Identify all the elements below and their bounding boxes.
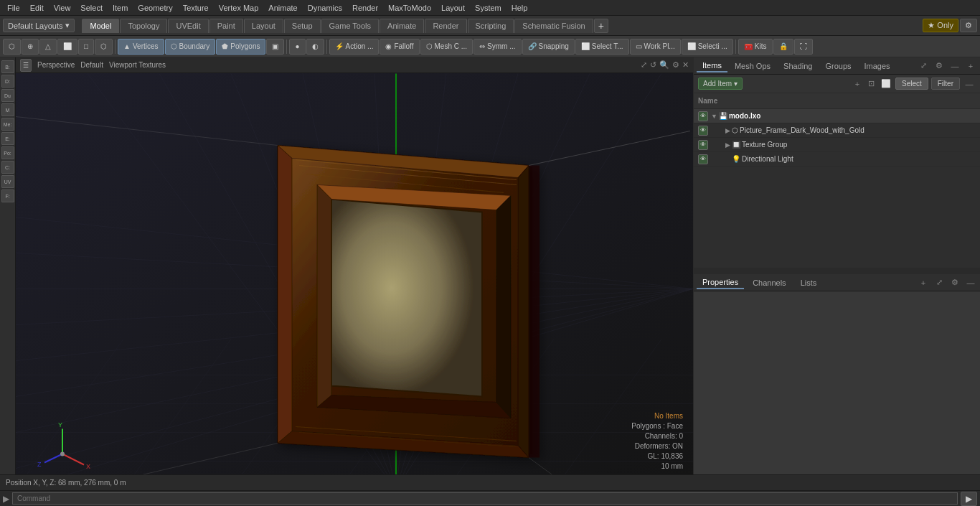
layout-dropdown[interactable]: Default Layouts ▾ (3, 19, 75, 32)
menu-geometry[interactable]: Geometry (133, 2, 176, 14)
origin-btn[interactable]: ⊕ (22, 39, 39, 55)
item-visibility-toggle[interactable]: 👁 (698, 154, 708, 164)
props-add-icon[interactable]: + (917, 276, 930, 289)
world-space-btn[interactable]: ⬡ (3, 39, 21, 55)
polygons-btn[interactable]: ⬟ Polygons (216, 39, 265, 55)
symmetry-btn[interactable]: ⇔ Symm ... (473, 39, 521, 55)
list-item[interactable]: 👁 ▼ 💾 modo.lxo (694, 109, 980, 123)
tab-scripting[interactable]: Scripting (468, 19, 514, 33)
menu-vertex-map[interactable]: Vertex Map (215, 2, 263, 14)
panel-gear-icon[interactable]: ⚙ (933, 60, 946, 72)
left-tool-po[interactable]: Po: (1, 146, 14, 159)
panel-collapse-icon[interactable]: — (948, 60, 961, 72)
menu-view[interactable]: View (50, 2, 75, 14)
menu-render[interactable]: Render (348, 2, 382, 14)
props-gear-icon[interactable]: ⚙ (948, 276, 961, 289)
props-collapse-icon[interactable]: — (964, 276, 977, 289)
tab-groups[interactable]: Groups (819, 60, 857, 72)
menu-item[interactable]: Item (108, 2, 132, 14)
viewport-zoom-icon[interactable]: 🔍 (659, 60, 669, 70)
left-tool-uv[interactable]: UV (1, 175, 14, 188)
add-layout-tab-button[interactable]: + (594, 19, 608, 33)
menu-system[interactable]: System (471, 2, 506, 14)
falloff-btn[interactable]: ◉ Falloff (380, 39, 419, 55)
tab-lists[interactable]: Lists (795, 277, 823, 289)
viewport-move-icon[interactable]: ⤢ (641, 60, 647, 70)
props-expand-icon[interactable]: ⤢ (933, 276, 946, 289)
item-expand-arrow[interactable]: ▶ (725, 141, 730, 149)
panel-expand-icon[interactable]: ⤢ (917, 60, 930, 72)
tab-schematic-fusion[interactable]: Schematic Fusion (514, 19, 593, 33)
command-arrow-icon[interactable]: ▶ (3, 494, 9, 504)
menu-dynamics[interactable]: Dynamics (303, 2, 347, 14)
list-item[interactable]: 👁 ▶ ⬡ Picture_Frame_Dark_Wood_with_Gold (694, 123, 980, 138)
tab-items[interactable]: Items (697, 60, 727, 72)
items-add-icon[interactable]: + (851, 78, 864, 90)
items-list[interactable]: Name 👁 ▼ 💾 modo.lxo 👁 ▶ ⬡ Picture_Frame_… (694, 93, 980, 268)
viewport-canvas[interactable]: X Y Z No Items Polygons : Face Channels:… (16, 73, 693, 474)
settings-button[interactable]: ⚙ (960, 19, 977, 32)
tab-images[interactable]: Images (859, 60, 896, 72)
tab-game-tools[interactable]: Game Tools (321, 19, 380, 33)
viewport-expand-btn[interactable]: ⛶ (794, 39, 813, 55)
item-expand-arrow[interactable]: ▼ (711, 113, 717, 120)
menu-file[interactable]: File (3, 2, 24, 14)
left-tool-du[interactable]: Du (1, 89, 14, 102)
list-item[interactable]: 👁 ▶ 🔲 Texture Group (694, 138, 980, 152)
left-tool-b[interactable]: B: (1, 60, 14, 73)
kits-btn[interactable]: 🧰 Kits (738, 39, 773, 55)
item-mode-btn[interactable]: ⬡ (95, 39, 113, 55)
tab-animate[interactable]: Animate (380, 19, 424, 33)
items-minus-icon[interactable]: — (963, 78, 976, 90)
items-icon-btn3[interactable]: ⬜ (880, 78, 892, 90)
left-tool-d[interactable]: D: (1, 75, 14, 88)
left-tool-f[interactable]: F: (1, 189, 14, 202)
left-tool-me[interactable]: Me: (1, 118, 14, 131)
tab-properties[interactable]: Properties (697, 276, 744, 289)
half-render-btn[interactable]: ◐ (306, 39, 324, 55)
left-tool-c[interactable]: C: (1, 161, 14, 174)
items-icon-btn2[interactable]: ⊡ (865, 78, 878, 90)
viewport[interactable]: ☰ Perspective Default Viewport Textures … (16, 57, 693, 474)
snapping-btn[interactable]: 🔗 Snapping (522, 39, 575, 55)
menu-texture[interactable]: Texture (179, 2, 213, 14)
tab-topology[interactable]: Topology (120, 19, 167, 33)
tab-uvedit[interactable]: UVEdit (168, 19, 208, 33)
tab-shading[interactable]: Shading (778, 60, 818, 72)
render-preview-btn[interactable]: ● (289, 39, 305, 55)
tab-render[interactable]: Render (425, 19, 466, 33)
edge-mode-btn[interactable]: ⬜ (57, 39, 77, 55)
item-visibility-toggle[interactable]: 👁 (698, 140, 708, 150)
work-plane-btn[interactable]: ▭ Work Pl... (630, 39, 681, 55)
tab-mesh-ops[interactable]: Mesh Ops (729, 60, 776, 72)
item-expand-arrow[interactable]: ▶ (725, 127, 730, 134)
tab-channels[interactable]: Channels (747, 277, 791, 289)
tab-setup[interactable]: Setup (284, 19, 321, 33)
mesh-btn[interactable]: ⬡ Mesh C ... (420, 39, 473, 55)
menu-help[interactable]: Help (507, 2, 532, 14)
star-only-button[interactable]: ★ Only (923, 19, 958, 32)
boundary-btn[interactable]: ⬡ Boundary (165, 39, 216, 55)
items-filter-button[interactable]: Filter (931, 78, 960, 90)
viewport-lock-btn[interactable]: 🔒 (773, 39, 793, 55)
left-tool-e[interactable]: E: (1, 132, 14, 145)
viewport-gear-icon[interactable]: ⚙ (672, 60, 679, 70)
menu-edit[interactable]: Edit (26, 2, 48, 14)
selection-btn[interactable]: ⬜ Selecti ... (682, 39, 733, 55)
vertex-mode-btn[interactable]: △ (39, 39, 57, 55)
command-execute-button[interactable]: ▶ (961, 492, 977, 506)
viewport-menu-btn[interactable]: ☰ (20, 59, 32, 72)
viewport-rotate-icon[interactable]: ↺ (650, 60, 656, 70)
viewport-close-icon[interactable]: ✕ (682, 60, 689, 70)
panel-plus-icon[interactable]: + (964, 60, 977, 72)
vertices-btn[interactable]: ▲ Vertices (118, 39, 164, 55)
tab-layout[interactable]: Layout (244, 19, 283, 33)
tab-paint[interactable]: Paint (209, 19, 243, 33)
menu-maxtomodo[interactable]: MaxToModo (384, 2, 435, 14)
list-item[interactable]: 👁 ▶ 💡 Directional Light (694, 152, 980, 167)
item-visibility-toggle[interactable]: 👁 (698, 126, 708, 136)
item-visibility-toggle[interactable]: 👁 (698, 111, 708, 121)
menu-layout[interactable]: Layout (437, 2, 469, 14)
command-input[interactable] (12, 492, 958, 505)
add-item-button[interactable]: Add Item ▾ (698, 78, 743, 90)
